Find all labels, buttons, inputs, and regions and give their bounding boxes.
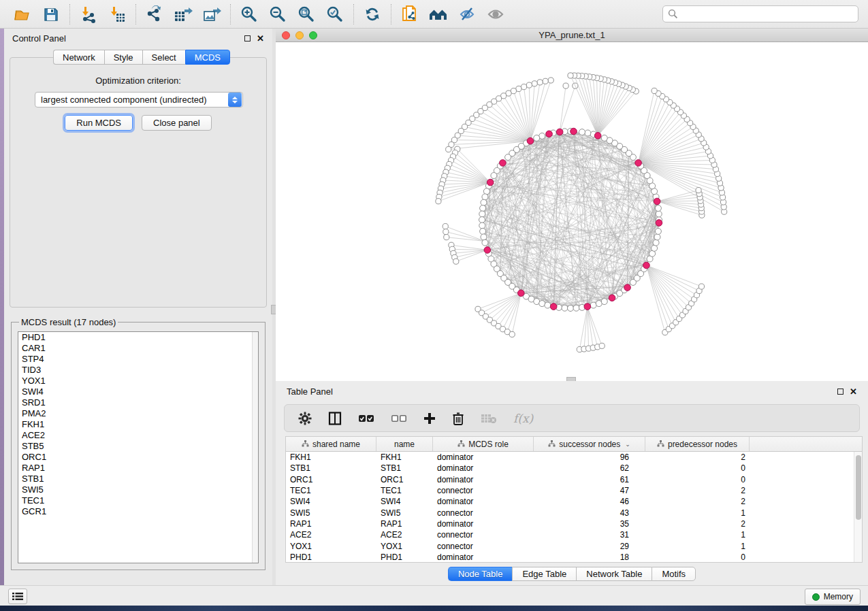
import-network-icon[interactable] xyxy=(78,4,99,24)
cell-shared-name: SWI4 xyxy=(286,497,376,506)
delete-table-icon[interactable] xyxy=(481,413,497,424)
cell-shared-name: FKH1 xyxy=(286,452,376,462)
zoom-fit-icon[interactable] xyxy=(296,4,317,24)
tab-mcds[interactable]: MCDS xyxy=(185,50,230,65)
column-header-name[interactable]: name xyxy=(376,437,433,451)
tab-select[interactable]: Select xyxy=(142,50,185,65)
table-row[interactable]: FKH1FKH1dominator962 xyxy=(286,452,854,463)
table-row[interactable]: SWI4SWI4dominator462 xyxy=(286,496,854,507)
cell-name: TEC1 xyxy=(376,486,433,495)
scrollbar-thumb[interactable] xyxy=(856,455,861,520)
optimization-criterion-label: Optimization criterion: xyxy=(10,76,266,86)
network-graph[interactable] xyxy=(276,42,868,381)
cell-shared-name: PHD1 xyxy=(286,552,376,562)
delete-column-icon[interactable] xyxy=(452,412,464,425)
tab-network[interactable]: Network xyxy=(53,50,104,65)
zoom-selected-icon[interactable] xyxy=(325,4,345,24)
cell-successor-nodes: 43 xyxy=(534,508,645,518)
cell-name: PHD1 xyxy=(376,552,433,562)
tab-network-table[interactable]: Network Table xyxy=(576,567,652,581)
run-mcds-button[interactable]: Run MCDS xyxy=(65,115,133,131)
tab-edge-table[interactable]: Edge Table xyxy=(512,567,576,581)
mcds-result-list[interactable]: PHD1CAR1STP4TID3YOX1SWI4SRD1PMA2FKH1ACE2… xyxy=(18,331,259,563)
float-table-panel-icon[interactable] xyxy=(837,389,843,395)
toolbar-search[interactable] xyxy=(662,5,858,22)
select-stepper-icon xyxy=(228,93,242,107)
table-scrollbar[interactable] xyxy=(854,452,862,562)
column-header-predecessor-nodes[interactable]: predecessor nodes xyxy=(645,437,750,451)
mcds-result-item[interactable]: TEC1 xyxy=(18,495,258,506)
tab-node-table[interactable]: Node Table xyxy=(448,567,513,581)
column-header-MCDS-role[interactable]: MCDS role xyxy=(433,437,534,451)
table-header-row: shared namenameMCDS rolesuccessor nodes⌄… xyxy=(286,437,862,452)
mcds-result-item[interactable]: SWI5 xyxy=(18,484,258,495)
mcds-result-item[interactable]: STP4 xyxy=(18,354,258,365)
search-icon xyxy=(668,9,678,19)
show-column-icon[interactable] xyxy=(328,412,342,425)
table-row[interactable]: ACE2ACE2connector311 xyxy=(286,529,854,540)
mcds-result-item[interactable]: FKH1 xyxy=(18,419,258,430)
open-file-icon[interactable] xyxy=(12,4,33,24)
table-toolbar: f(x) xyxy=(284,404,860,432)
list-scrollbar[interactable] xyxy=(252,332,258,563)
float-panel-icon[interactable] xyxy=(244,35,251,42)
mcds-result-item[interactable]: ORC1 xyxy=(18,452,258,463)
export-image-icon[interactable] xyxy=(202,4,222,24)
tab-style[interactable]: Style xyxy=(104,50,142,65)
table-row[interactable]: RAP1RAP1dominator352 xyxy=(286,518,854,529)
optimization-criterion-select[interactable]: largest connected component (undirected) xyxy=(35,92,243,108)
network-window-titlebar[interactable]: YPA_prune.txt_1 xyxy=(276,29,868,42)
table-row[interactable]: STB1STB1dominator620 xyxy=(286,463,854,474)
column-type-icon xyxy=(548,440,556,449)
add-column-icon[interactable] xyxy=(423,412,436,425)
mcds-result-item[interactable]: TID3 xyxy=(18,365,258,376)
show-graphics-icon[interactable] xyxy=(485,4,506,24)
table-row[interactable]: ORC1ORC1dominator610 xyxy=(286,474,854,485)
tab-motifs[interactable]: Motifs xyxy=(652,567,696,581)
mcds-result-item[interactable]: ACE2 xyxy=(18,430,258,441)
mcds-result-item[interactable]: PHD1 xyxy=(18,332,258,343)
mcds-result-item[interactable]: GCR1 xyxy=(18,506,258,517)
export-network-icon[interactable] xyxy=(144,4,165,24)
cell-shared-name: ACE2 xyxy=(286,530,376,540)
close-panel-icon[interactable]: ✕ xyxy=(257,34,264,43)
mcds-result-item[interactable]: SRD1 xyxy=(18,397,258,408)
cell-name: SWI4 xyxy=(376,497,433,506)
close-table-panel-icon[interactable]: ✕ xyxy=(850,387,857,396)
deselect-all-icon[interactable] xyxy=(391,414,407,423)
mcds-result-item[interactable]: RAP1 xyxy=(18,463,258,474)
refresh-layout-icon[interactable] xyxy=(362,4,383,24)
cell-MCDS-role: dominator xyxy=(433,475,534,484)
home-networks-icon[interactable] xyxy=(428,4,449,24)
hide-graphics-icon[interactable] xyxy=(457,4,477,24)
zoom-in-icon[interactable] xyxy=(239,4,259,24)
select-all-icon[interactable] xyxy=(358,414,374,423)
table-row[interactable]: PHD1PHD1dominator180 xyxy=(286,552,854,562)
new-network-from-selection-icon[interactable] xyxy=(400,4,420,24)
memory-button[interactable]: Memory xyxy=(805,589,861,605)
column-header-shared-name[interactable]: shared name xyxy=(286,437,376,451)
network-canvas[interactable] xyxy=(276,42,868,381)
mcds-result-item[interactable]: CAR1 xyxy=(18,343,258,354)
mcds-result-item[interactable]: SWI4 xyxy=(18,386,258,397)
table-row[interactable]: TEC1TEC1connector472 xyxy=(286,485,854,496)
settings-gear-icon[interactable] xyxy=(298,412,312,425)
import-table-icon[interactable] xyxy=(107,4,127,24)
mcds-result-item[interactable]: STB1 xyxy=(18,474,258,484)
mcds-result-item[interactable]: PMA2 xyxy=(18,408,258,419)
export-table-icon[interactable] xyxy=(173,4,193,24)
function-builder-icon[interactable]: f(x) xyxy=(513,412,533,425)
log-console-button[interactable] xyxy=(8,589,27,604)
save-session-icon[interactable] xyxy=(41,4,61,24)
table-body[interactable]: FKH1FKH1dominator962STB1STB1dominator620… xyxy=(286,452,854,562)
mcds-result-item[interactable]: STB5 xyxy=(18,441,258,452)
zoom-out-icon[interactable] xyxy=(268,4,288,24)
table-row[interactable]: YOX1YOX1connector291 xyxy=(286,540,854,551)
memory-label: Memory xyxy=(824,592,853,601)
table-panel-titlebar: Table Panel ✕ xyxy=(276,381,868,401)
column-header-successor-nodes[interactable]: successor nodes⌄ xyxy=(534,437,645,451)
search-input[interactable] xyxy=(678,10,853,19)
mcds-result-item[interactable]: YOX1 xyxy=(18,376,258,386)
close-panel-button[interactable]: Close panel xyxy=(142,115,212,131)
table-row[interactable]: SWI5SWI5connector431 xyxy=(286,507,854,518)
